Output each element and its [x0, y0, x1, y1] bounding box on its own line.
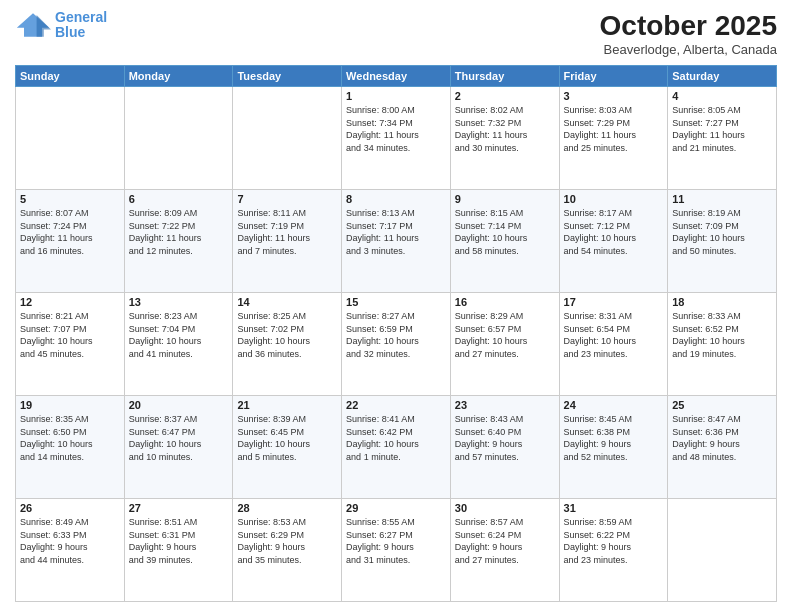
calendar-day-5: 5Sunrise: 8:07 AM Sunset: 7:24 PM Daylig…	[16, 190, 125, 293]
calendar-day-9: 9Sunrise: 8:15 AM Sunset: 7:14 PM Daylig…	[450, 190, 559, 293]
calendar-week-3: 12Sunrise: 8:21 AM Sunset: 7:07 PM Dayli…	[16, 293, 777, 396]
calendar-day-3: 3Sunrise: 8:03 AM Sunset: 7:29 PM Daylig…	[559, 87, 668, 190]
day-number: 2	[455, 90, 555, 102]
weekday-header-tuesday: Tuesday	[233, 66, 342, 87]
day-info: Sunrise: 8:03 AM Sunset: 7:29 PM Dayligh…	[564, 104, 664, 154]
calendar-day-25: 25Sunrise: 8:47 AM Sunset: 6:36 PM Dayli…	[668, 396, 777, 499]
day-number: 1	[346, 90, 446, 102]
day-info: Sunrise: 8:23 AM Sunset: 7:04 PM Dayligh…	[129, 310, 229, 360]
day-info: Sunrise: 8:39 AM Sunset: 6:45 PM Dayligh…	[237, 413, 337, 463]
day-info: Sunrise: 8:29 AM Sunset: 6:57 PM Dayligh…	[455, 310, 555, 360]
day-number: 4	[672, 90, 772, 102]
day-number: 13	[129, 296, 229, 308]
day-number: 6	[129, 193, 229, 205]
day-info: Sunrise: 8:41 AM Sunset: 6:42 PM Dayligh…	[346, 413, 446, 463]
calendar-day-19: 19Sunrise: 8:35 AM Sunset: 6:50 PM Dayli…	[16, 396, 125, 499]
svg-marker-1	[37, 15, 51, 37]
day-number: 7	[237, 193, 337, 205]
calendar-day-20: 20Sunrise: 8:37 AM Sunset: 6:47 PM Dayli…	[124, 396, 233, 499]
calendar-day-8: 8Sunrise: 8:13 AM Sunset: 7:17 PM Daylig…	[342, 190, 451, 293]
logo: General Blue	[15, 10, 107, 41]
weekday-header-monday: Monday	[124, 66, 233, 87]
calendar-day-2: 2Sunrise: 8:02 AM Sunset: 7:32 PM Daylig…	[450, 87, 559, 190]
calendar-day-13: 13Sunrise: 8:23 AM Sunset: 7:04 PM Dayli…	[124, 293, 233, 396]
calendar-day-29: 29Sunrise: 8:55 AM Sunset: 6:27 PM Dayli…	[342, 499, 451, 602]
calendar-day-18: 18Sunrise: 8:33 AM Sunset: 6:52 PM Dayli…	[668, 293, 777, 396]
logo-icon	[15, 11, 51, 39]
empty-cell	[668, 499, 777, 602]
day-number: 25	[672, 399, 772, 411]
day-number: 23	[455, 399, 555, 411]
day-number: 8	[346, 193, 446, 205]
calendar-week-4: 19Sunrise: 8:35 AM Sunset: 6:50 PM Dayli…	[16, 396, 777, 499]
day-info: Sunrise: 8:55 AM Sunset: 6:27 PM Dayligh…	[346, 516, 446, 566]
header: General Blue October 2025 Beaverlodge, A…	[15, 10, 777, 57]
day-number: 10	[564, 193, 664, 205]
calendar-day-10: 10Sunrise: 8:17 AM Sunset: 7:12 PM Dayli…	[559, 190, 668, 293]
day-info: Sunrise: 8:00 AM Sunset: 7:34 PM Dayligh…	[346, 104, 446, 154]
day-number: 30	[455, 502, 555, 514]
day-info: Sunrise: 8:27 AM Sunset: 6:59 PM Dayligh…	[346, 310, 446, 360]
calendar-day-30: 30Sunrise: 8:57 AM Sunset: 6:24 PM Dayli…	[450, 499, 559, 602]
empty-cell	[124, 87, 233, 190]
calendar-week-1: 1Sunrise: 8:00 AM Sunset: 7:34 PM Daylig…	[16, 87, 777, 190]
empty-cell	[16, 87, 125, 190]
logo-general: General	[55, 9, 107, 25]
calendar-day-16: 16Sunrise: 8:29 AM Sunset: 6:57 PM Dayli…	[450, 293, 559, 396]
day-info: Sunrise: 8:59 AM Sunset: 6:22 PM Dayligh…	[564, 516, 664, 566]
day-info: Sunrise: 8:17 AM Sunset: 7:12 PM Dayligh…	[564, 207, 664, 257]
day-info: Sunrise: 8:35 AM Sunset: 6:50 PM Dayligh…	[20, 413, 120, 463]
page: General Blue October 2025 Beaverlodge, A…	[0, 0, 792, 612]
day-info: Sunrise: 8:15 AM Sunset: 7:14 PM Dayligh…	[455, 207, 555, 257]
day-number: 9	[455, 193, 555, 205]
calendar-day-6: 6Sunrise: 8:09 AM Sunset: 7:22 PM Daylig…	[124, 190, 233, 293]
day-info: Sunrise: 8:57 AM Sunset: 6:24 PM Dayligh…	[455, 516, 555, 566]
day-number: 31	[564, 502, 664, 514]
calendar-day-11: 11Sunrise: 8:19 AM Sunset: 7:09 PM Dayli…	[668, 190, 777, 293]
calendar-day-21: 21Sunrise: 8:39 AM Sunset: 6:45 PM Dayli…	[233, 396, 342, 499]
day-info: Sunrise: 8:19 AM Sunset: 7:09 PM Dayligh…	[672, 207, 772, 257]
title-block: October 2025 Beaverlodge, Alberta, Canad…	[600, 10, 777, 57]
logo-blue: Blue	[55, 24, 85, 40]
calendar-table: SundayMondayTuesdayWednesdayThursdayFrid…	[15, 65, 777, 602]
weekday-header-saturday: Saturday	[668, 66, 777, 87]
weekday-header-friday: Friday	[559, 66, 668, 87]
day-info: Sunrise: 8:33 AM Sunset: 6:52 PM Dayligh…	[672, 310, 772, 360]
calendar-week-2: 5Sunrise: 8:07 AM Sunset: 7:24 PM Daylig…	[16, 190, 777, 293]
calendar-day-22: 22Sunrise: 8:41 AM Sunset: 6:42 PM Dayli…	[342, 396, 451, 499]
day-number: 17	[564, 296, 664, 308]
day-info: Sunrise: 8:02 AM Sunset: 7:32 PM Dayligh…	[455, 104, 555, 154]
calendar-day-1: 1Sunrise: 8:00 AM Sunset: 7:34 PM Daylig…	[342, 87, 451, 190]
day-info: Sunrise: 8:53 AM Sunset: 6:29 PM Dayligh…	[237, 516, 337, 566]
day-info: Sunrise: 8:45 AM Sunset: 6:38 PM Dayligh…	[564, 413, 664, 463]
calendar-day-17: 17Sunrise: 8:31 AM Sunset: 6:54 PM Dayli…	[559, 293, 668, 396]
day-info: Sunrise: 8:21 AM Sunset: 7:07 PM Dayligh…	[20, 310, 120, 360]
day-number: 18	[672, 296, 772, 308]
day-number: 27	[129, 502, 229, 514]
day-number: 28	[237, 502, 337, 514]
calendar-day-23: 23Sunrise: 8:43 AM Sunset: 6:40 PM Dayli…	[450, 396, 559, 499]
day-number: 19	[20, 399, 120, 411]
day-number: 21	[237, 399, 337, 411]
day-info: Sunrise: 8:37 AM Sunset: 6:47 PM Dayligh…	[129, 413, 229, 463]
day-number: 20	[129, 399, 229, 411]
calendar-day-4: 4Sunrise: 8:05 AM Sunset: 7:27 PM Daylig…	[668, 87, 777, 190]
empty-cell	[233, 87, 342, 190]
day-info: Sunrise: 8:51 AM Sunset: 6:31 PM Dayligh…	[129, 516, 229, 566]
location: Beaverlodge, Alberta, Canada	[600, 42, 777, 57]
logo-text: General Blue	[55, 10, 107, 41]
calendar-week-5: 26Sunrise: 8:49 AM Sunset: 6:33 PM Dayli…	[16, 499, 777, 602]
calendar-day-14: 14Sunrise: 8:25 AM Sunset: 7:02 PM Dayli…	[233, 293, 342, 396]
day-number: 29	[346, 502, 446, 514]
day-number: 5	[20, 193, 120, 205]
month-title: October 2025	[600, 10, 777, 42]
calendar-day-26: 26Sunrise: 8:49 AM Sunset: 6:33 PM Dayli…	[16, 499, 125, 602]
weekday-header-thursday: Thursday	[450, 66, 559, 87]
day-number: 15	[346, 296, 446, 308]
day-number: 3	[564, 90, 664, 102]
day-info: Sunrise: 8:05 AM Sunset: 7:27 PM Dayligh…	[672, 104, 772, 154]
day-info: Sunrise: 8:47 AM Sunset: 6:36 PM Dayligh…	[672, 413, 772, 463]
day-info: Sunrise: 8:09 AM Sunset: 7:22 PM Dayligh…	[129, 207, 229, 257]
weekday-header-sunday: Sunday	[16, 66, 125, 87]
weekday-header-row: SundayMondayTuesdayWednesdayThursdayFrid…	[16, 66, 777, 87]
